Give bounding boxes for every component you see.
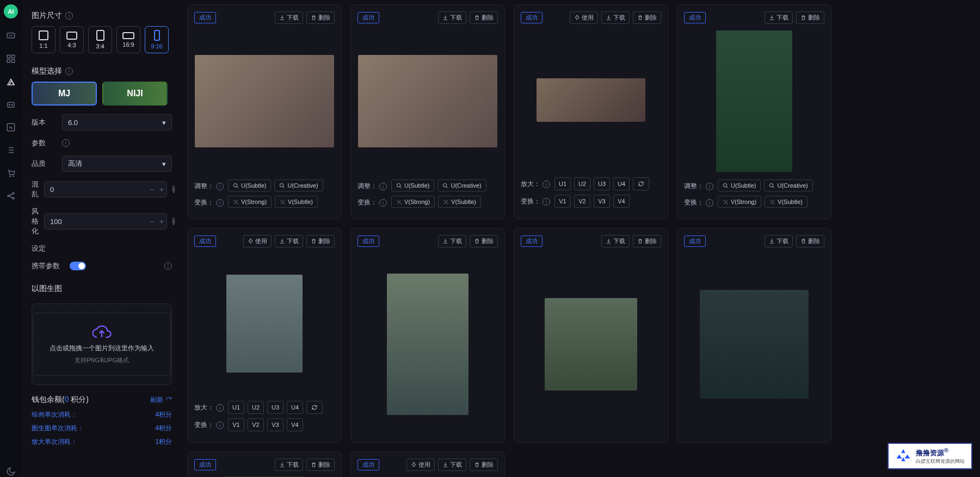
download-button[interactable]: 下载	[765, 11, 793, 24]
model-mj[interactable]: MJ	[32, 82, 97, 106]
u-creative-button[interactable]: U(Creative)	[764, 179, 812, 191]
svg-point-2	[11, 35, 11, 36]
result-image[interactable]	[716, 30, 792, 172]
variation-V4[interactable]: V4	[287, 418, 303, 431]
variation-V2[interactable]: V2	[248, 418, 264, 431]
u-subtle-button[interactable]: U(Subtle)	[391, 179, 434, 191]
v-strong-button[interactable]: V(Strong)	[228, 196, 272, 208]
i2i-label: 以图生图	[32, 284, 172, 294]
download-button[interactable]: 下载	[438, 459, 466, 471]
ratio-4:3[interactable]: 4:3	[60, 26, 84, 53]
share-icon[interactable]	[5, 190, 16, 201]
delete-button[interactable]: 删除	[306, 235, 335, 247]
result-image[interactable]	[226, 275, 303, 373]
delete-button[interactable]: 删除	[470, 235, 498, 247]
result-image[interactable]	[358, 55, 497, 147]
use-button[interactable]: 使用	[243, 235, 272, 247]
download-button[interactable]: 下载	[601, 235, 630, 247]
refresh-icon	[165, 397, 172, 403]
upscale-U3[interactable]: U3	[594, 177, 610, 190]
delete-button[interactable]: 删除	[306, 11, 335, 24]
download-button[interactable]: 下载	[438, 11, 466, 24]
variation-V4[interactable]: V4	[613, 195, 630, 208]
result-image[interactable]	[700, 290, 809, 399]
variation-V1[interactable]: V1	[554, 195, 571, 208]
delete-button[interactable]: 删除	[306, 459, 335, 471]
result-image[interactable]	[545, 298, 637, 391]
info-icon[interactable]: i	[164, 262, 172, 270]
upscale-U2[interactable]: U2	[574, 177, 590, 190]
variation-V3[interactable]: V3	[594, 195, 610, 208]
status-badge: 成功	[684, 236, 706, 247]
chaos-input[interactable]: −+	[44, 181, 167, 197]
u-creative-button[interactable]: U(Creative)	[274, 179, 323, 191]
v-strong-button[interactable]: V(Strong)	[391, 196, 435, 208]
info-icon[interactable]: i	[65, 67, 73, 75]
info-icon[interactable]: i	[172, 218, 175, 225]
svg-point-17	[233, 183, 237, 187]
v-strong-button[interactable]: V(Strong)	[718, 196, 761, 208]
download-button[interactable]: 下载	[275, 459, 303, 471]
v-subtle-button[interactable]: V(Subtle)	[275, 196, 318, 208]
cart-icon[interactable]	[5, 168, 16, 178]
upscale-U2[interactable]: U2	[248, 401, 264, 414]
result-card: 成功下载删除	[677, 228, 831, 443]
v-subtle-button[interactable]: V(Subtle)	[438, 196, 481, 208]
ratio-3:4[interactable]: 3:4	[88, 26, 112, 53]
upscale-U1[interactable]: U1	[554, 177, 571, 190]
result-image[interactable]	[195, 55, 334, 147]
result-card: 成功下载删除 调整：iU(Subtle)U(Creative) 变换：iV(St…	[187, 4, 342, 219]
delete-button[interactable]: 删除	[796, 11, 824, 24]
model-niji[interactable]: NIJI	[102, 82, 168, 106]
edit-icon[interactable]	[5, 122, 16, 133]
info-icon[interactable]: i	[65, 12, 73, 20]
status-badge: 成功	[521, 236, 543, 247]
variation-V1[interactable]: V1	[228, 418, 244, 431]
upscale-U4[interactable]: U4	[287, 401, 303, 414]
download-button[interactable]: 下载	[438, 235, 466, 247]
v-subtle-button[interactable]: V(Subtle)	[765, 196, 808, 208]
info-icon[interactable]: i	[62, 139, 70, 147]
info-icon[interactable]: i	[172, 185, 175, 193]
upscale-U4[interactable]: U4	[613, 177, 630, 190]
upload-dropzone[interactable]: 点击或拖拽一个图片到这里作为输入 支持PNG和JPG格式	[32, 303, 172, 385]
download-button[interactable]: 下载	[275, 11, 303, 24]
refresh-button[interactable]: 刷新	[150, 395, 172, 405]
delete-button[interactable]: 删除	[470, 459, 498, 471]
refresh-button[interactable]	[633, 177, 649, 190]
theme-icon[interactable]	[5, 466, 16, 477]
list-icon[interactable]	[5, 145, 16, 156]
u-subtle-button[interactable]: U(Subtle)	[718, 179, 761, 191]
delete-button[interactable]: 删除	[796, 235, 824, 247]
version-select[interactable]: 6.0▾	[62, 114, 172, 131]
stylize-input[interactable]: −+	[44, 213, 167, 230]
upscale-U1[interactable]: U1	[228, 401, 244, 414]
ratio-16:9[interactable]: 16:9	[116, 26, 140, 53]
chevron-down-icon: ▾	[162, 160, 166, 168]
variation-V2[interactable]: V2	[574, 195, 590, 208]
carry-params-toggle[interactable]	[70, 262, 86, 270]
ratio-9:16[interactable]: 9:16	[145, 26, 169, 53]
quality-select[interactable]: 高清▾	[62, 156, 172, 172]
image-gen-icon[interactable]	[5, 76, 16, 87]
upscale-U3[interactable]: U3	[267, 401, 283, 414]
delete-button[interactable]: 删除	[470, 11, 498, 24]
chat-icon[interactable]	[5, 30, 16, 41]
svg-point-18	[280, 183, 283, 187]
apps-icon[interactable]	[5, 53, 16, 64]
u-creative-button[interactable]: U(Creative)	[437, 179, 486, 191]
variation-V3[interactable]: V3	[267, 418, 283, 431]
result-image[interactable]	[537, 78, 645, 122]
use-button[interactable]: 使用	[570, 11, 598, 24]
refresh-button[interactable]	[306, 401, 323, 414]
ratio-1:1[interactable]: 1:1	[32, 26, 56, 53]
delete-button[interactable]: 删除	[633, 235, 661, 247]
download-button[interactable]: 下载	[765, 235, 793, 247]
u-subtle-button[interactable]: U(Subtle)	[228, 179, 271, 191]
use-button[interactable]: 使用	[406, 459, 435, 471]
delete-button[interactable]: 删除	[633, 11, 661, 24]
download-button[interactable]: 下载	[275, 235, 303, 247]
robot-icon[interactable]	[5, 99, 16, 110]
result-image[interactable]	[387, 274, 469, 415]
download-button[interactable]: 下载	[601, 11, 630, 24]
